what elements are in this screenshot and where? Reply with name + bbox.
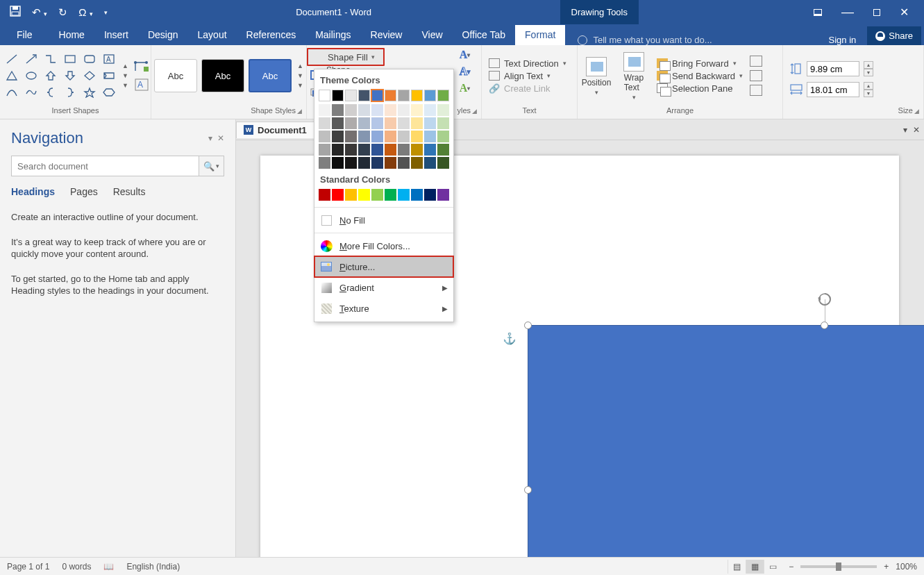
standard-color-swatch[interactable]	[385, 189, 396, 201]
standard-color-swatch[interactable]	[319, 189, 330, 201]
theme-color-swatch[interactable]	[332, 131, 344, 142]
nav-tab-results[interactable]: Results	[113, 186, 146, 197]
shape-height-field[interactable]: ▲▼	[790, 61, 873, 76]
theme-color-swatch[interactable]	[424, 144, 436, 156]
theme-color-swatch[interactable]	[398, 131, 410, 142]
theme-color-swatch[interactable]	[385, 144, 396, 156]
shape-rect-icon[interactable]	[61, 51, 79, 67]
theme-color-swatch[interactable]	[424, 104, 436, 116]
nav-tab-headings[interactable]: Headings	[11, 186, 55, 197]
theme-color-swatch[interactable]	[398, 90, 410, 101]
theme-color-swatch[interactable]	[332, 117, 344, 129]
theme-color-swatch[interactable]	[437, 104, 449, 116]
theme-color-swatch[interactable]	[371, 104, 383, 116]
shape-curve-icon[interactable]	[3, 84, 21, 101]
no-fill-item[interactable]: No Fill	[314, 210, 453, 231]
view-print-layout[interactable]: ▦	[746, 560, 764, 574]
maximize-icon[interactable]	[873, 7, 880, 18]
theme-color-swatch[interactable]	[358, 90, 370, 101]
rotate-button[interactable]	[750, 85, 762, 96]
tell-me-search[interactable]: Tell me what you want to do...	[565, 35, 817, 45]
theme-color-swatch[interactable]	[358, 117, 370, 129]
sign-in-link[interactable]: Sign in	[818, 35, 868, 45]
tab-file[interactable]: File	[0, 25, 49, 45]
theme-color-swatch[interactable]	[345, 144, 357, 156]
theme-color-swatch[interactable]	[358, 104, 370, 116]
status-language[interactable]: English (India)	[126, 562, 180, 572]
shape-style-preset-1[interactable]: Abc	[154, 59, 197, 92]
theme-color-swatch[interactable]	[385, 90, 396, 101]
bring-forward-button[interactable]: Bring Forward ▾	[657, 58, 743, 69]
resize-handle[interactable]	[821, 322, 828, 329]
shape-freeform-icon[interactable]	[22, 84, 40, 101]
save-icon[interactable]	[10, 6, 21, 19]
shape-banner-icon[interactable]	[100, 67, 118, 84]
align-button[interactable]	[750, 56, 762, 67]
theme-color-swatch[interactable]	[411, 131, 423, 142]
theme-color-swatch[interactable]	[371, 117, 383, 129]
shape-triangle-icon[interactable]	[3, 67, 21, 84]
theme-color-swatch[interactable]	[371, 144, 383, 156]
theme-color-swatch[interactable]	[437, 144, 449, 156]
more-fill-colors-item[interactable]: More Fill Colors...	[314, 235, 453, 256]
shape-height-input[interactable]	[807, 61, 859, 76]
theme-color-swatch[interactable]	[319, 131, 330, 142]
text-fill-button[interactable]: A▾	[457, 48, 473, 62]
theme-color-swatch[interactable]	[385, 157, 396, 169]
shape-textbox-icon[interactable]: A	[100, 51, 118, 67]
ribbon-options-icon[interactable]	[814, 7, 822, 18]
tab-insert[interactable]: Insert	[94, 25, 138, 45]
tab-design[interactable]: Design	[138, 25, 188, 45]
shapes-gallery[interactable]: A	[0, 49, 121, 102]
shape-styles-more[interactable]: ▲▼▼	[294, 62, 306, 89]
theme-color-swatch[interactable]	[437, 90, 449, 101]
nav-pane-close-icon[interactable]: ✕	[217, 133, 224, 143]
text-direction-button[interactable]: Text Direction ▾	[489, 58, 566, 69]
theme-color-swatch[interactable]	[424, 157, 436, 169]
shape-hex-icon[interactable]	[100, 84, 118, 101]
position-button[interactable]: Position▾	[578, 56, 615, 96]
theme-color-swatch[interactable]	[437, 117, 449, 129]
search-button[interactable]: 🔍▾	[199, 156, 224, 176]
theme-color-swatch[interactable]	[411, 117, 423, 129]
theme-color-swatch[interactable]	[319, 90, 330, 101]
dialog-launcher-wordart[interactable]: ◢	[472, 108, 477, 115]
theme-color-swatch[interactable]	[424, 117, 436, 129]
width-spinner[interactable]: ▲▼	[864, 82, 873, 97]
shape-diamond-icon[interactable]	[81, 67, 99, 84]
doc-tab-dropdown-icon[interactable]: ▾	[903, 125, 907, 135]
theme-color-swatch[interactable]	[411, 144, 423, 156]
zoom-level[interactable]: 100%	[896, 562, 917, 572]
shape-style-preset-2[interactable]: Abc	[201, 59, 244, 92]
shape-width-input[interactable]	[807, 82, 859, 97]
shape-lbrace-icon[interactable]	[42, 84, 60, 101]
shape-rbrace-icon[interactable]	[61, 84, 79, 101]
theme-color-swatch[interactable]	[345, 117, 357, 129]
navigation-search-input[interactable]	[12, 156, 199, 176]
theme-color-swatch[interactable]	[437, 157, 449, 169]
shape-style-preset-3[interactable]: Abc	[249, 59, 292, 92]
theme-color-swatch[interactable]	[411, 104, 423, 116]
theme-color-swatch[interactable]	[411, 90, 423, 101]
status-proofing-icon[interactable]: 📖	[103, 562, 114, 572]
zoom-out-button[interactable]: −	[789, 562, 793, 572]
standard-color-swatch[interactable]	[424, 189, 436, 201]
shape-arrow-icon[interactable]	[22, 51, 40, 67]
theme-color-swatch[interactable]	[437, 131, 449, 142]
minimize-icon[interactable]: —	[841, 5, 854, 19]
picture-fill-item[interactable]: Picture...	[314, 256, 453, 277]
theme-color-swatch[interactable]	[358, 157, 370, 169]
theme-color-swatch[interactable]	[385, 117, 396, 129]
tab-references[interactable]: References	[237, 25, 306, 45]
zoom-slider[interactable]	[800, 565, 877, 568]
rotation-handle[interactable]	[818, 292, 832, 306]
resize-handle[interactable]	[524, 486, 532, 494]
selected-shape-rectangle[interactable]	[528, 325, 924, 557]
theme-color-swatch[interactable]	[332, 144, 344, 156]
dialog-launcher-size[interactable]: ◢	[914, 108, 919, 115]
theme-color-swatch[interactable]	[385, 131, 396, 142]
gradient-fill-item[interactable]: Gradient▶	[314, 277, 453, 298]
nav-tab-pages[interactable]: Pages	[70, 186, 98, 197]
edit-shape-icon[interactable]	[134, 60, 149, 74]
standard-color-swatch[interactable]	[371, 189, 383, 201]
